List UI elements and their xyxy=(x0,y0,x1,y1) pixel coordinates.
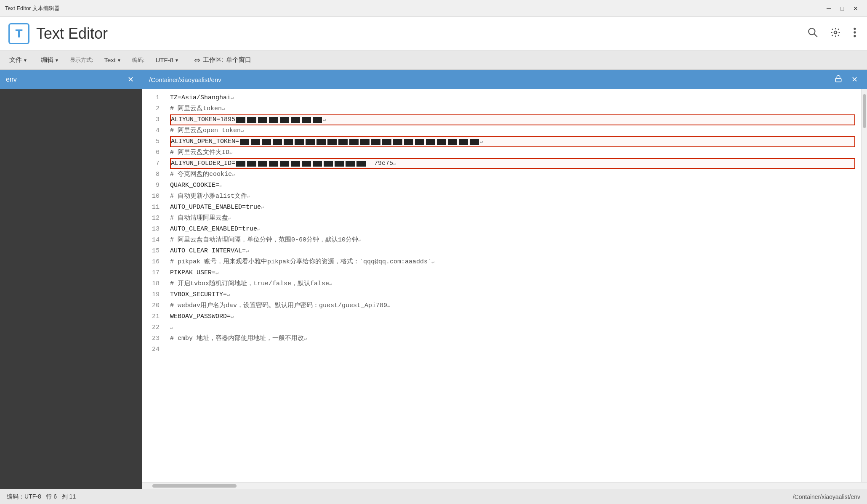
status-row: 行 6 xyxy=(46,493,57,501)
open-token-key: ALIYUN_OPEN_TOKEN= xyxy=(171,136,239,147)
folder-id-key: ALIYUN_FOLDER_ID= xyxy=(171,158,235,169)
line-number-2: 2 xyxy=(146,103,160,114)
svg-line-1 xyxy=(814,34,817,37)
redacted-block xyxy=(280,161,289,167)
comment-text: # webdav用户名为dav，设置密码。默认用户密码：guest/guest_… xyxy=(170,300,390,311)
redacted-block xyxy=(302,161,311,167)
redacted-block xyxy=(393,139,402,145)
app-icon-letter: T xyxy=(15,27,22,40)
line-number-15: 15 xyxy=(146,246,160,257)
status-bar: 编码：UTF-8 行 6 列 11 /Container/xiaoyaalist… xyxy=(0,489,867,504)
redacted-block xyxy=(313,117,322,123)
redacted-block xyxy=(251,139,260,145)
title-bar-text: Text Editor 文本编辑器 xyxy=(5,5,60,12)
comment-text: # 阿里云盘open token↵ xyxy=(170,125,244,136)
settings-button[interactable] xyxy=(828,25,843,42)
redacted-block xyxy=(280,117,289,123)
line-number-24: 24 xyxy=(146,344,160,355)
svg-point-3 xyxy=(854,27,856,29)
code-line-5: ALIYUN_OPEN_TOKEN=↵ xyxy=(170,136,855,147)
vertical-scrollbar[interactable] xyxy=(861,89,867,482)
code-content[interactable]: TZ=Asia/Shanghai↵# 阿里云盘token↵ALIYUN_TOKE… xyxy=(164,89,861,482)
title-bar: Text Editor 文本编辑器 ─ □ ✕ xyxy=(0,0,867,17)
line-number-16: 16 xyxy=(146,257,160,268)
svg-point-2 xyxy=(834,31,837,34)
line-number-6: 6 xyxy=(146,147,160,158)
v-scroll-thumb[interactable] xyxy=(863,94,866,128)
comment-text: # 阿里云盘文件夹ID↵ xyxy=(170,147,232,158)
code-line-24 xyxy=(170,344,855,355)
redacted-block xyxy=(302,117,311,123)
code-editor[interactable]: 123456789101112131415161718192021222324 … xyxy=(142,89,861,482)
code-line-11: AUTO_UPDATE_ENABLED=true↵ xyxy=(170,202,855,213)
redacted-block xyxy=(404,139,413,145)
horizontal-scrollbar[interactable] xyxy=(142,482,867,489)
sidebar-tab: env ✕ xyxy=(0,70,142,89)
line-number-13: 13 xyxy=(146,224,160,235)
workspace-item: ⇔ 工作区: 单个窗口 xyxy=(194,56,251,65)
minimize-button[interactable]: ─ xyxy=(822,3,835,13)
redacted-block xyxy=(470,139,479,145)
h-scroll-thumb[interactable] xyxy=(152,484,237,488)
redacted-block xyxy=(291,161,300,167)
code-line-16: # pikpak 账号，用来观看小雅中pikpak分享给你的资源，格式：`qqq… xyxy=(170,257,855,268)
close-button[interactable]: ✕ xyxy=(849,3,862,13)
sidebar-close-button[interactable]: ✕ xyxy=(125,74,136,85)
code-line-18: # 开启tvbox随机订阅地址，true/false，默认false↵ xyxy=(170,279,855,289)
editor-tab-bar: /Container/xiaoyaalist/env ✕ xyxy=(142,70,867,89)
code-line-22: ↵ xyxy=(170,322,855,333)
comment-text: # 阿里云盘自动清理间隔，单位分钟，范围0-60分钟，默认10分钟↵ xyxy=(170,235,361,246)
menu-encoding-label: UTF-8 xyxy=(155,56,173,64)
newline: ↵ xyxy=(323,114,326,125)
menu-file[interactable]: 文件 ▼ xyxy=(7,54,30,66)
workspace-value: 单个窗口 xyxy=(226,56,251,64)
more-menu-button[interactable] xyxy=(851,25,859,42)
line-number-8: 8 xyxy=(146,169,160,180)
status-col: 列 11 xyxy=(62,493,76,501)
editor-tab-actions: ✕ xyxy=(832,74,860,85)
line-number-11: 11 xyxy=(146,202,160,213)
maximize-button[interactable]: □ xyxy=(836,3,848,13)
redacted-block xyxy=(269,161,278,167)
redacted-block xyxy=(295,139,304,145)
redacted-block xyxy=(327,139,337,145)
line-number-9: 9 xyxy=(146,180,160,191)
menu-encoding[interactable]: UTF-8 ▼ xyxy=(153,55,181,65)
code-line-20: # webdav用户名为dav，设置密码。默认用户密码：guest/guest_… xyxy=(170,300,855,311)
redacted-block xyxy=(273,139,282,145)
redacted-block xyxy=(437,139,446,145)
view-dropdown-icon: ▼ xyxy=(117,58,121,63)
comment-text: # 自动更新小雅alist文件↵ xyxy=(170,191,250,202)
code-line-12: # 自动清理阿里云盘↵ xyxy=(170,213,855,224)
editor-close-button[interactable]: ✕ xyxy=(849,74,860,85)
redacted-block xyxy=(360,139,370,145)
line-number-20: 20 xyxy=(146,300,160,311)
lock-button[interactable] xyxy=(832,74,845,85)
app-header: T Text Editor xyxy=(0,17,867,50)
search-button[interactable] xyxy=(806,25,820,42)
comment-text: # 夸克网盘的cookie↵ xyxy=(170,169,235,180)
line-numbers: 123456789101112131415161718192021222324 xyxy=(142,89,164,482)
menu-view[interactable]: Text ▼ xyxy=(101,55,123,65)
code-line-6: # 阿里云盘文件夹ID↵ xyxy=(170,147,855,158)
line-number-17: 17 xyxy=(146,268,160,279)
code-line-1: TZ=Asia/Shanghai↵ xyxy=(170,93,855,103)
redacted-block xyxy=(382,139,391,145)
sidebar-file-list xyxy=(0,89,142,489)
editor-container: /Container/xiaoyaalist/env ✕ 12345678910… xyxy=(142,70,867,489)
redacted-block xyxy=(258,117,267,123)
redacted-block xyxy=(338,139,348,145)
code-line-4: # 阿里云盘open token↵ xyxy=(170,125,855,136)
line-number-19: 19 xyxy=(146,289,160,300)
code-line-9: QUARK_COOKIE=↵ xyxy=(170,180,855,191)
svg-rect-6 xyxy=(835,78,841,82)
code-line-21: WEBDAV_PASSWORD=↵ xyxy=(170,311,855,322)
redacted-block xyxy=(346,161,355,167)
workspace-icon: ⇔ xyxy=(194,56,200,65)
code-line-2: # 阿里云盘token↵ xyxy=(170,103,855,114)
redacted-block xyxy=(356,161,366,167)
menu-edit[interactable]: 编辑 ▼ xyxy=(38,54,61,66)
redacted-block xyxy=(240,139,249,145)
menu-file-label: 文件 xyxy=(9,56,22,64)
app-title: Text Editor xyxy=(36,25,108,42)
